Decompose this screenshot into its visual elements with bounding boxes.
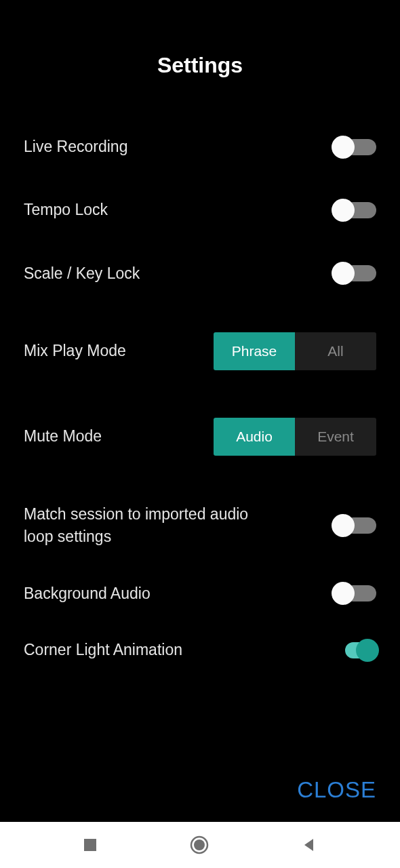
- toggle-background-audio[interactable]: [334, 585, 376, 601]
- row-corner-light: Corner Light Animation: [24, 639, 376, 661]
- label-corner-light: Corner Light Animation: [24, 639, 182, 661]
- label-scale-key-lock: Scale / Key Lock: [24, 262, 140, 285]
- row-match-session: Match session to imported audio loop set…: [24, 503, 376, 549]
- android-navbar: [0, 822, 400, 868]
- label-match-session: Match session to imported audio loop set…: [24, 503, 254, 549]
- close-row: CLOSE: [0, 777, 400, 822]
- nav-home-icon[interactable]: [189, 835, 209, 855]
- toggle-knob: [332, 514, 355, 537]
- row-scale-key-lock: Scale / Key Lock: [24, 262, 376, 285]
- segmented-mute-mode: Audio Event: [214, 418, 376, 456]
- toggle-knob: [332, 199, 355, 222]
- page-title: Settings: [24, 53, 376, 78]
- nav-recent-icon[interactable]: [83, 837, 98, 852]
- toggle-corner-light[interactable]: [334, 642, 376, 658]
- toggle-knob: [332, 582, 355, 605]
- seg-mute-event[interactable]: Event: [295, 418, 376, 456]
- toggle-match-session[interactable]: [334, 517, 376, 534]
- label-mute-mode: Mute Mode: [24, 425, 102, 448]
- row-live-recording: Live Recording: [24, 136, 376, 158]
- label-mix-play-mode: Mix Play Mode: [24, 340, 126, 362]
- seg-mix-all[interactable]: All: [295, 332, 376, 370]
- row-tempo-lock: Tempo Lock: [24, 199, 376, 221]
- label-tempo-lock: Tempo Lock: [24, 199, 108, 221]
- toggle-live-recording[interactable]: [334, 139, 376, 155]
- row-mix-play-mode: Mix Play Mode Phrase All: [24, 332, 376, 370]
- toggle-knob: [332, 136, 355, 159]
- row-mute-mode: Mute Mode Audio Event: [24, 418, 376, 456]
- row-background-audio: Background Audio: [24, 583, 376, 605]
- label-live-recording: Live Recording: [24, 136, 127, 158]
- svg-rect-0: [84, 839, 96, 851]
- close-button[interactable]: CLOSE: [297, 777, 376, 803]
- toggle-knob: [332, 262, 355, 285]
- toggle-knob: [356, 639, 379, 662]
- seg-mix-phrase[interactable]: Phrase: [214, 332, 295, 370]
- toggle-scale-key-lock[interactable]: [334, 265, 376, 281]
- toggle-tempo-lock[interactable]: [334, 202, 376, 218]
- nav-back-icon[interactable]: [301, 837, 317, 853]
- segmented-mix-play-mode: Phrase All: [214, 332, 376, 370]
- label-background-audio: Background Audio: [24, 583, 151, 605]
- svg-point-2: [194, 840, 205, 850]
- seg-mute-audio[interactable]: Audio: [214, 418, 295, 456]
